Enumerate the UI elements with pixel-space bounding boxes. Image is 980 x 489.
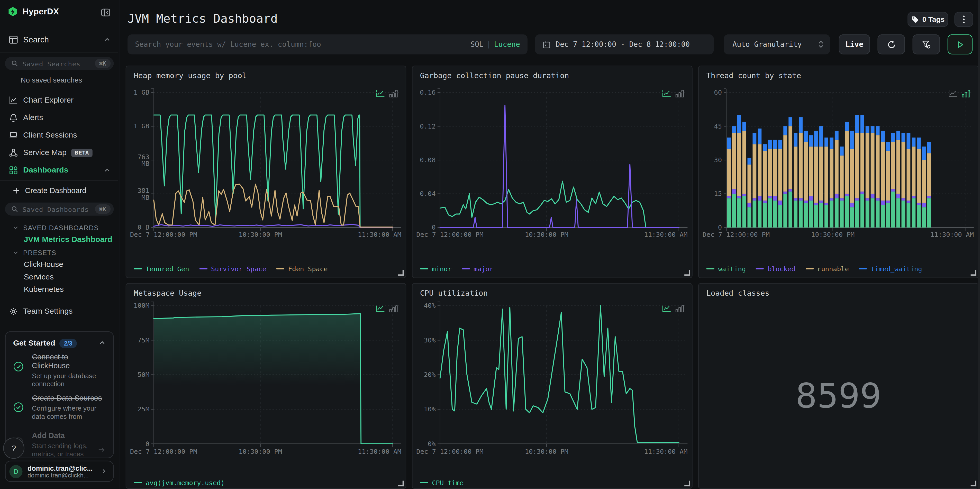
dashboards-grid-icon: [9, 165, 18, 175]
panel-title: Loaded classes: [706, 289, 770, 298]
panel-metaspace-usage: Metaspace Usage025M50M75M100MDec 7 12:00…: [126, 283, 406, 489]
chevron-down-icon: [13, 249, 19, 256]
legend-item[interactable]: Tenured Gen: [134, 265, 189, 272]
panel-resize-handle[interactable]: [971, 481, 977, 486]
saved-dashboards-placeholder: Saved Dashboards: [22, 205, 89, 213]
chevron-up-icon[interactable]: [99, 339, 106, 346]
svg-text:0.04: 0.04: [420, 190, 436, 198]
logo[interactable]: HyperDX: [8, 6, 59, 17]
svg-text:11:30:00 AM: 11:30:00 AM: [644, 448, 687, 455]
panel-resize-handle[interactable]: [684, 270, 690, 276]
search-panel-icon: [9, 35, 18, 44]
legend-swatch: [756, 268, 764, 269]
legend-item[interactable]: Survivor Space: [199, 265, 266, 272]
chart-canvas[interactable]: 00.040.080.120.16Dec 7 12:00:00 PM10:30:…: [416, 84, 689, 261]
presets-section[interactable]: PRESETS: [13, 249, 57, 256]
legend-item[interactable]: minor: [420, 265, 452, 272]
sidebar-item-services[interactable]: Services: [24, 272, 54, 281]
svg-text:10:30:00 PM: 10:30:00 PM: [525, 448, 568, 455]
sidebar-item-clickhouse[interactable]: ClickHouse: [24, 260, 63, 269]
svg-text:0: 0: [718, 223, 722, 231]
granularity-value: Auto Granularity: [732, 40, 802, 49]
more-menu-button[interactable]: [954, 12, 973, 27]
sidebar-item-search[interactable]: Search: [0, 33, 119, 46]
legend-label: blocked: [768, 265, 795, 272]
sidebar-item-label: Dashboards: [23, 166, 68, 174]
chevron-right-icon: [100, 468, 107, 474]
panel-resize-handle[interactable]: [398, 481, 404, 486]
panel-title: Thread count by state: [706, 71, 801, 80]
legend-item[interactable]: avg(jvm.memory.used): [134, 479, 225, 486]
chart-canvas[interactable]: 0 B381MB763MB1 GB1 GBDec 7 12:00:00 PM10…: [130, 84, 403, 261]
legend-label: Eden Space: [288, 265, 328, 272]
tag-icon: [911, 16, 918, 23]
legend-swatch: [199, 268, 207, 269]
chart-canvas[interactable]: 025M50M75M100MDec 7 12:00:00 PM10:30:00 …: [130, 301, 403, 479]
legend-swatch: [462, 268, 470, 269]
check-circle-icon: [13, 402, 24, 413]
event-search-input[interactable]: Search your events w/ Lucene ex. column:…: [127, 35, 528, 54]
sidebar-item-kubernetes[interactable]: Kubernetes: [24, 285, 64, 294]
svg-text:75M: 75M: [138, 336, 150, 344]
svg-text:Dec 7 12:00:00 PM: Dec 7 12:00:00 PM: [703, 231, 770, 238]
svg-text:10%: 10%: [424, 405, 436, 413]
panel-title: CPU utilization: [420, 289, 488, 298]
sidebar-collapse-icon[interactable]: [100, 8, 111, 18]
create-dashboard-button[interactable]: Create Dashboard: [0, 184, 119, 197]
help-button[interactable]: ?: [3, 438, 24, 459]
sidebar-item-jvm-metrics-dashboard[interactable]: JVM Metrics Dashboard: [24, 235, 112, 244]
sidebar-item-client-sessions[interactable]: Client Sessions: [0, 129, 119, 142]
filter-button[interactable]: [913, 35, 940, 54]
granularity-select[interactable]: Auto Granularity: [724, 35, 830, 54]
date-range-picker[interactable]: Dec 7 12:00:00 - Dec 8 12:00:00: [535, 35, 714, 54]
sidebar-item-alerts[interactable]: Alerts: [0, 111, 119, 124]
lang-lucene-toggle[interactable]: Lucene: [494, 40, 520, 49]
legend-item[interactable]: Eden Space: [276, 265, 328, 272]
chart-legend: CPU time: [420, 479, 463, 486]
svg-text:100M: 100M: [134, 301, 150, 309]
legend-item[interactable]: CPU time: [420, 479, 463, 486]
scrollbar[interactable]: [978, 0, 980, 489]
sidebar-item-dashboards[interactable]: Dashboards: [0, 164, 119, 176]
chart-canvas[interactable]: 015304560Dec 7 12:00:00 PM10:30:00 PM11:…: [703, 84, 976, 261]
saved-dashboards-input[interactable]: Saved Dashboards ⌘K: [5, 202, 114, 216]
lang-sql-toggle[interactable]: SQL: [471, 40, 484, 49]
panel-resize-handle[interactable]: [684, 481, 690, 486]
panel-title: Metaspace Usage: [134, 289, 201, 298]
sidebar-item-chart-explorer[interactable]: Chart Explorer: [0, 94, 119, 107]
sidebar-item-label: Client Sessions: [23, 131, 77, 139]
user-menu[interactable]: D dominic.tran@clic... dominic.tran@clic…: [5, 461, 114, 482]
legend-swatch: [134, 268, 142, 269]
svg-text:0.16: 0.16: [420, 88, 436, 96]
legend-swatch: [420, 482, 428, 483]
legend-item[interactable]: major: [462, 265, 493, 272]
run-query-button[interactable]: [948, 35, 972, 54]
divider: [0, 180, 118, 180]
sidebar-item-service-map[interactable]: Service MapBETA: [0, 146, 119, 159]
svg-text:0 B: 0 B: [138, 223, 150, 231]
saved-searches-input[interactable]: Saved Searches ⌘K: [5, 57, 114, 70]
panel-resize-handle[interactable]: [971, 270, 977, 276]
check-circle-icon: [13, 361, 24, 372]
legend-item[interactable]: blocked: [756, 265, 795, 272]
legend-item[interactable]: timed_waiting: [859, 265, 922, 272]
legend-label: timed_waiting: [871, 265, 922, 272]
saved-dashboards-section[interactable]: SAVED DASHBOARDS: [13, 224, 99, 231]
tags-button[interactable]: 0 Tags: [907, 12, 948, 27]
live-button[interactable]: Live: [839, 35, 870, 54]
legend-label: Survivor Space: [211, 265, 266, 272]
legend-label: runnable: [817, 265, 849, 272]
panel-title: Heap memory usage by pool: [134, 71, 247, 80]
chart-legend: minormajor: [420, 265, 493, 272]
panel-resize-handle[interactable]: [398, 270, 404, 276]
legend-item[interactable]: runnable: [805, 265, 849, 272]
saved-searches-placeholder: Saved Searches: [22, 60, 81, 67]
sidebar-item-team-settings[interactable]: Team Settings: [0, 305, 119, 317]
svg-text:Dec 7 12:00:00 PM: Dec 7 12:00:00 PM: [130, 448, 197, 455]
sidebar-item-label: Team Settings: [23, 307, 73, 316]
chart-canvas[interactable]: 0%10%20%30%40%Dec 7 12:00:00 PM10:30:00 …: [416, 301, 689, 479]
svg-text:20%: 20%: [424, 371, 436, 378]
refresh-button[interactable]: [877, 35, 905, 54]
svg-text:10:30:00 PM: 10:30:00 PM: [239, 448, 282, 455]
legend-item[interactable]: waiting: [706, 265, 746, 272]
